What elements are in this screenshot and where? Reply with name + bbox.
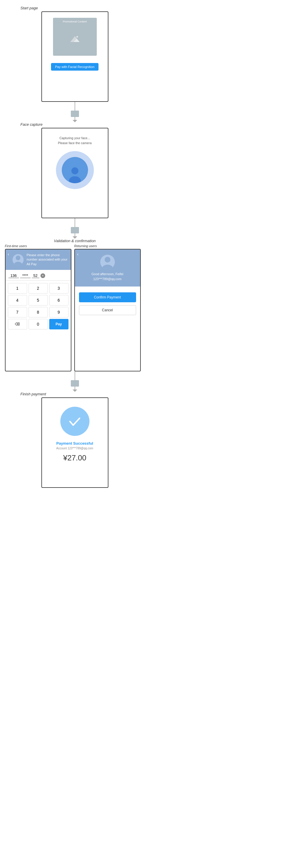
svg-point-8 [102, 265, 113, 269]
validation-label: Validation & confirmation [54, 239, 96, 243]
arrow-line-1 [75, 102, 75, 111]
arrow-down-3 [73, 390, 77, 392]
promo-label: Promotional Content [63, 20, 87, 23]
finish-payment-frame: Payment Successful Account 123***789@qq.… [41, 397, 108, 488]
arrow-line-1b [75, 117, 75, 120]
first-time-frame: ‹ Please enter the phone number associat… [5, 249, 71, 371]
svg-point-3 [71, 167, 78, 175]
returning-avatar-icon [100, 255, 115, 269]
first-time-header-text: Please enter the phone number associated… [27, 253, 68, 267]
numpad-pay-key[interactable]: Pay [49, 319, 68, 330]
phone-seg-2[interactable] [20, 273, 31, 278]
numpad-key-0[interactable]: 0 [29, 319, 48, 330]
success-circle [60, 407, 90, 436]
svg-point-6 [14, 262, 22, 265]
returning-user-info: Good afternoon, Feifei 123***789@qq.com [92, 272, 123, 281]
arrow-box-1 [71, 111, 79, 117]
avatar-silhouette-icon [12, 254, 24, 265]
numpad-key-8[interactable]: 8 [29, 307, 48, 317]
payment-successful-text: Payment Successful [56, 441, 93, 445]
cancel-button[interactable]: Cancel [79, 305, 136, 315]
arrow-line-3 [75, 371, 75, 380]
confirm-payment-button[interactable]: Confirm Payment [79, 292, 136, 302]
svg-point-5 [16, 256, 21, 260]
numpad-row-3: 7 8 9 [8, 307, 68, 317]
numpad-key-9[interactable]: 9 [49, 307, 68, 317]
numpad-key-6[interactable]: 6 [49, 295, 68, 306]
start-page-frame: Promotional Content Pay with Facial Reco… [41, 11, 108, 102]
face-circle-outer [56, 151, 94, 189]
face-capture-label: Face capture [21, 122, 42, 127]
numpad-key-1[interactable]: 1 [8, 283, 27, 293]
numpad: 1 2 3 4 5 6 7 8 9 ⌫ [5, 281, 71, 332]
numpad-row-2: 4 5 6 [8, 295, 68, 306]
arrow-box-3 [71, 380, 79, 386]
validation-row: First-time users ‹ Please enter the phon… [5, 244, 145, 371]
svg-point-4 [69, 176, 81, 183]
numpad-key-4[interactable]: 4 [8, 295, 27, 306]
face-capture-frame: Capturing your face... Please face the c… [41, 128, 108, 218]
first-time-label: First-time users [5, 244, 27, 248]
mountain-icon [70, 34, 80, 42]
returning-header: ‹ Good afternoon, Feifei 123***789@qq.co… [75, 249, 140, 286]
finish-account-text: Account 123***789@qq.com [56, 447, 93, 450]
numpad-row-1: 1 2 3 [8, 283, 68, 293]
returning-frame: ‹ Good afternoon, Feifei 123***789@qq.co… [74, 249, 141, 371]
arrow-line-2 [75, 218, 75, 227]
numpad-key-2[interactable]: 2 [29, 283, 48, 293]
numpad-row-4: ⌫ 0 Pay [8, 319, 68, 330]
first-time-header: ‹ Please enter the phone number associat… [5, 249, 71, 270]
promo-icon [70, 34, 80, 44]
finish-payment-label: Finish payment [21, 392, 46, 396]
svg-point-2 [76, 36, 78, 38]
arrow-2 [71, 218, 79, 239]
returning-greeting: Good afternoon, Feifei [92, 272, 123, 277]
phone-number-row: ✕ [8, 273, 68, 278]
arrow-box-2 [71, 227, 79, 234]
svg-point-7 [105, 257, 110, 262]
returning-body: Confirm Payment Cancel [75, 286, 140, 319]
arrow-1 [71, 102, 79, 122]
first-time-avatar [12, 254, 24, 265]
returning-back-icon[interactable]: ‹ [77, 252, 79, 256]
returning-account: 123***789@qq.com [92, 277, 123, 282]
pay-facial-recognition-button[interactable]: Pay with Facial Recognition [51, 63, 99, 71]
payment-amount: ¥27.00 [63, 454, 87, 462]
back-arrow-icon[interactable]: ‹ [8, 252, 9, 256]
numpad-key-3[interactable]: 3 [49, 283, 68, 293]
arrow-down-2 [73, 236, 77, 239]
arrow-down-1 [73, 120, 77, 122]
face-capture-text: Capturing your face... Please face the c… [58, 136, 92, 145]
first-time-column: First-time users ‹ Please enter the phon… [5, 244, 71, 371]
face-circle-inner [62, 157, 88, 183]
clear-button[interactable]: ✕ [40, 273, 45, 278]
checkmark-icon [67, 413, 83, 430]
arrow-line-3b [75, 386, 75, 390]
promo-box: Promotional Content [53, 18, 97, 56]
returning-label: Returning users [74, 244, 97, 248]
numpad-key-5[interactable]: 5 [29, 295, 48, 306]
arrow-line-2b [75, 234, 75, 236]
returning-avatar [100, 255, 115, 269]
start-page-label: Start page [21, 6, 38, 10]
phone-input-area: ✕ [5, 270, 71, 281]
arrow-3 [71, 371, 79, 392]
phone-seg-3[interactable] [32, 273, 39, 278]
numpad-delete-key[interactable]: ⌫ [8, 319, 27, 330]
returning-column: Returning users ‹ Good afternoon, Feifei… [74, 244, 141, 371]
face-silhouette-icon [66, 164, 84, 183]
numpad-key-7[interactable]: 7 [8, 307, 27, 317]
phone-seg-1[interactable] [8, 273, 19, 278]
flow-container: Start page Promotional Content Pay with … [3, 6, 146, 488]
